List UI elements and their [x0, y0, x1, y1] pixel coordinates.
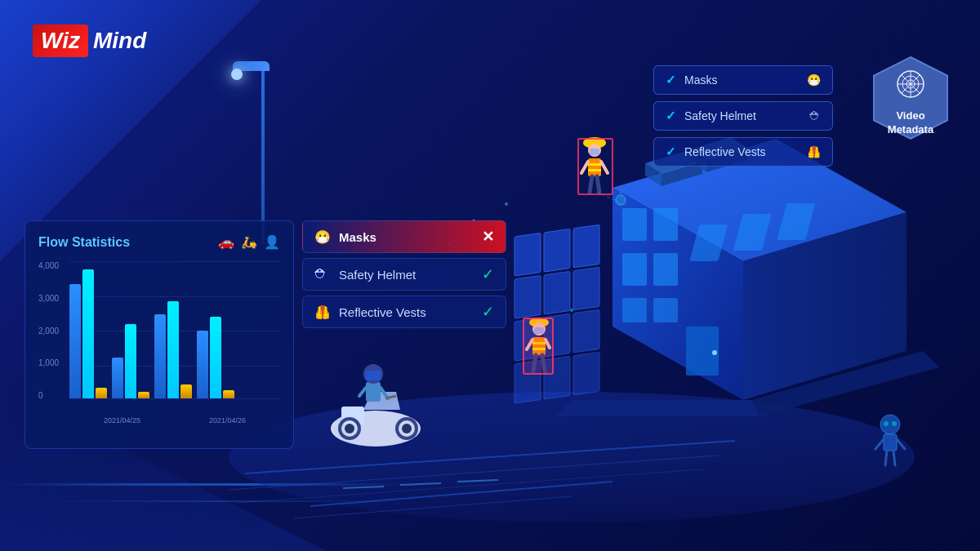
top-icon-vests: 🦺 [807, 145, 821, 158]
svg-line-75 [359, 388, 366, 396]
svg-rect-46 [588, 158, 601, 176]
svg-point-71 [402, 424, 412, 433]
stats-title-row: Flow Statistics 🚗 🛵 👤 [38, 234, 280, 250]
svg-point-78 [880, 415, 900, 434]
top-icon-masks: 😷 [807, 73, 821, 87]
y-label-4000: 4,000 [38, 261, 59, 270]
y-axis-labels: 4,000 3,000 2,000 1,000 0 [38, 261, 59, 400]
svg-rect-16 [622, 208, 647, 241]
masks-label: Masks [339, 230, 474, 244]
bar-group-2 [112, 324, 149, 398]
top-label-vests: Reflective Vests [684, 145, 799, 158]
svg-line-51 [590, 176, 592, 193]
video-metadata-badge: Video Metadata [866, 53, 956, 143]
svg-marker-27 [555, 400, 768, 416]
bar-1-1 [69, 284, 81, 398]
chart-area: 4,000 3,000 2,000 1,000 0 [38, 261, 280, 424]
helmet-label: Safety Helmet [339, 268, 474, 282]
bar-4-1 [197, 331, 208, 398]
svg-rect-36 [573, 267, 599, 309]
svg-point-85 [892, 421, 897, 426]
bar-4-3 [223, 390, 234, 398]
y-label-2000: 2,000 [38, 327, 59, 335]
stats-title: Flow Statistics [38, 235, 130, 250]
bike-icon: 🛵 [241, 234, 257, 250]
stats-panel: Flow Statistics 🚗 🛵 👤 4,000 3,000 2,000 … [24, 220, 294, 449]
bar-1-3 [96, 388, 107, 398]
video-metadata-line1: Video [888, 109, 933, 123]
y-label-3000: 3,000 [38, 294, 59, 303]
svg-rect-35 [544, 271, 570, 313]
stats-icons: 🚗 🛵 👤 [218, 234, 280, 250]
x-axis-labels: 2021/04/25 2021/04/26 [69, 416, 280, 424]
svg-rect-48 [588, 169, 601, 171]
svg-rect-19 [653, 253, 678, 286]
svg-rect-31 [514, 233, 541, 276]
bar-3-2 [167, 301, 179, 398]
detection-vests-ok: 🦺 Reflective Vests ✓ [302, 295, 506, 328]
svg-rect-33 [573, 224, 599, 267]
top-detection-vests: ✓ Reflective Vests 🦺 [653, 137, 833, 167]
svg-rect-47 [588, 163, 601, 166]
svg-rect-18 [622, 253, 647, 286]
main-container: Wiz Mind [0, 0, 980, 551]
x-label-1: 2021/04/25 [104, 416, 140, 424]
svg-line-52 [597, 176, 599, 193]
top-detection-masks: ✓ Masks 😷 [653, 65, 833, 95]
svg-line-83 [893, 451, 895, 465]
bar-3-3 [180, 384, 192, 398]
helmet-status: ✓ [482, 265, 494, 283]
vests-label: Reflective Vests [339, 305, 474, 319]
detection-panel: 😷 Masks ✕ ⛑ Safety Helmet ✓ 🦺 Reflective… [302, 220, 506, 328]
svg-rect-42 [573, 352, 599, 394]
detection-helmet-ok: ⛑ Safety Helmet ✓ [302, 258, 506, 291]
svg-rect-21 [653, 298, 678, 322]
bar-2-3 [138, 392, 149, 398]
svg-rect-64 [523, 318, 553, 374]
bar-2-1 [112, 358, 123, 398]
svg-rect-74 [366, 371, 381, 380]
top-check-helmet: ✓ [666, 109, 676, 123]
vests-icon: 🦺 [314, 304, 331, 320]
svg-line-50 [601, 162, 608, 173]
person-icon: 👤 [264, 234, 280, 250]
bar-1-2 [82, 269, 94, 398]
svg-rect-17 [653, 208, 678, 241]
masks-status: ✕ [482, 228, 494, 246]
top-label-masks: Masks [684, 73, 799, 87]
svg-point-84 [884, 421, 889, 426]
masks-icon: 😷 [314, 229, 331, 245]
svg-point-90 [570, 309, 573, 312]
top-icon-helmet: ⛑ [809, 109, 821, 122]
detection-masks-alert: 😷 Masks ✕ [302, 220, 506, 253]
bars-container [69, 261, 280, 400]
y-label-0: 0 [38, 391, 59, 400]
car-icon: 🚗 [218, 234, 234, 250]
svg-rect-32 [544, 229, 570, 271]
svg-line-82 [885, 451, 887, 465]
top-label-helmet: Safety Helmet [684, 109, 801, 122]
top-check-vests: ✓ [666, 144, 676, 159]
svg-point-23 [712, 350, 717, 355]
bar-group-1 [69, 269, 107, 398]
bar-2-2 [125, 324, 136, 398]
video-metadata-line2: Metadata [888, 123, 933, 137]
top-detection-list: ✓ Masks 😷 ✓ Safety Helmet ⛑ ✓ Reflective… [653, 65, 833, 167]
top-detection-helmet: ✓ Safety Helmet ⛑ [653, 101, 833, 131]
vests-status: ✓ [482, 303, 494, 321]
bar-4-2 [210, 317, 221, 398]
svg-line-49 [581, 162, 588, 173]
y-label-1000: 1,000 [38, 358, 59, 367]
svg-rect-39 [573, 309, 599, 352]
x-label-2: 2021/04/26 [209, 416, 246, 424]
bar-group-4 [197, 317, 234, 398]
svg-point-69 [345, 424, 354, 433]
svg-rect-79 [884, 434, 897, 451]
helmet-icon: ⛑ [314, 267, 331, 282]
bar-group-3 [154, 301, 192, 398]
top-check-masks: ✓ [666, 73, 676, 87]
svg-point-89 [505, 202, 508, 206]
svg-rect-20 [622, 298, 647, 322]
svg-rect-34 [514, 276, 541, 318]
svg-rect-45 [590, 149, 599, 155]
